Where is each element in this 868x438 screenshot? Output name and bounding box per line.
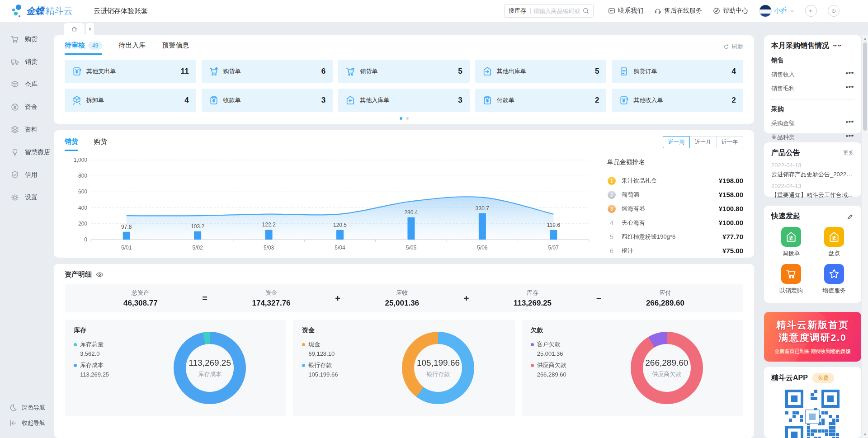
panel-title: 库存 (74, 326, 142, 334)
quick-item-value-added-service[interactable]: 增值服务 (815, 264, 854, 295)
cart-solid-icon (781, 264, 801, 284)
sidebar-item-warehouse[interactable]: 仓库 (0, 73, 54, 96)
pending-card-disassembly-bill[interactable]: 拆卸单4 (65, 89, 196, 112)
logout-power-button[interactable] (828, 5, 840, 17)
back-button[interactable] (805, 5, 817, 17)
summary-row-value: *** (846, 85, 854, 93)
pending-card-receipt-bill[interactable]: 收款单3 (202, 89, 333, 112)
house-out-icon (482, 66, 492, 76)
sidebar-item-funds[interactable]: 资金 (0, 96, 54, 118)
scroll-thumb[interactable] (863, 42, 867, 131)
pending-card-other-inbound-bill[interactable]: 其他入库单3 (338, 89, 470, 112)
legend-item: 供应商欠款266,289.60 (531, 361, 599, 378)
pending-card-sales-bill[interactable]: 销货单5 (338, 60, 470, 83)
legend-dot (74, 364, 77, 367)
sidebar-footer-collapse-nav[interactable]: 收起导航 (0, 415, 54, 431)
search-icon[interactable] (582, 7, 590, 14)
summary-row: 采购金额*** (771, 119, 854, 127)
app-title: 精斗云APP (771, 373, 808, 383)
pending-card-purchase-bill[interactable]: 购货单6 (202, 60, 333, 83)
after-sales-service-link[interactable]: 售后在线服务 (654, 7, 702, 15)
pending-tab-2[interactable]: 待出入库 (118, 41, 146, 55)
sidebar-item-data[interactable]: 资料 (0, 118, 54, 141)
scroll-up-arrow[interactable]: ▲ (862, 37, 868, 41)
donut-center: 113,269.25库存成本 (186, 344, 234, 392)
panel-legend: 库存库存总量3,562.0库存成本113,269.25 (74, 326, 142, 410)
summary-section-heading: 采购 (771, 105, 854, 113)
ranking-item: 5西红柿意粉酱190g*6¥77.70 (607, 230, 743, 244)
workspace-tabstrip: ▼ (54, 22, 94, 35)
user-menu[interactable]: 小乔 (759, 5, 794, 17)
pending-card-other-income-bill[interactable]: 其他收入单2 (612, 89, 743, 112)
home-tab[interactable] (64, 23, 85, 35)
pending-card-purchase-order[interactable]: 购货订单4 (612, 60, 743, 83)
refresh-button[interactable]: 刷新 (723, 42, 743, 51)
formula-资金: 资金174,327.76 (252, 289, 290, 308)
ranking-item-name: 果汁饮品礼盒 (622, 177, 719, 185)
range-button-3[interactable]: 近一年 (716, 136, 743, 148)
pending-card-other-expense-bill[interactable]: 其他支出单11 (65, 60, 196, 83)
svg-text:600: 600 (78, 188, 87, 195)
donut-center-value: 105,199.66 (417, 358, 460, 368)
quick-item-transfer-order[interactable]: 调拨单 (771, 227, 811, 258)
ranking-item: 4夹心海苔¥100.00 (607, 216, 743, 230)
tab-dropdown-button[interactable]: ▼ (86, 23, 94, 35)
search-input[interactable] (531, 8, 582, 14)
summary-row: 商品种类*** (771, 133, 854, 141)
trend-tab-2[interactable]: 购货 (94, 137, 107, 151)
sidebar-item-purchase[interactable]: 购货 (0, 28, 54, 51)
pending-card-payment-bill[interactable]: 付款单2 (475, 89, 607, 112)
pending-tab-1[interactable]: 待审核49 (65, 41, 102, 55)
donut-center-label: 供应商欠款 (652, 370, 681, 378)
ranking-item: 2葡萄酒¥158.00 (607, 188, 743, 202)
main-content: 待审核49待出入库预警信息 刷新 其他支出单11购货单6销货单5其他出库单5购货… (54, 35, 861, 438)
search-scope-selector[interactable]: 搜库存 (505, 7, 530, 15)
formula-应收: 应收25,001.36 (385, 289, 419, 308)
quick-item-purchase-by-sales[interactable]: 以销定购 (771, 264, 811, 295)
scroll-down-arrow[interactable]: ▼ (862, 433, 868, 437)
range-button-1[interactable]: 近一周 (663, 136, 690, 148)
trend-tab-1[interactable]: 销货 (65, 137, 78, 151)
eye-open-icon[interactable] (96, 271, 104, 278)
truck-icon (11, 58, 19, 66)
quick-item-stocktake[interactable]: 盘点 (815, 227, 854, 258)
brand-logo[interactable]: 金蝶 精斗云 (12, 4, 73, 18)
more-link[interactable]: 更多 (843, 149, 854, 157)
doc-icon (619, 66, 629, 76)
sidebar-item-credit[interactable]: 信用 (0, 164, 54, 186)
pencil-icon[interactable] (847, 213, 854, 220)
range-button-2[interactable]: 近一月 (689, 136, 717, 148)
card-count: 2 (595, 96, 599, 105)
pagination-dot-1[interactable] (400, 117, 402, 120)
announcement-link[interactable]: 【重要通知】精斗云工作台域... (771, 191, 854, 199)
survey-banner[interactable]: 精斗云新版首页 满意度调研2.0 全新首页已到来 期待收到您的反馈 (764, 312, 861, 362)
sidebar-item-sales[interactable]: 销货 (0, 51, 54, 73)
medal-icon: 3 (608, 205, 616, 213)
help-center-link[interactable]: 帮助中心 (713, 7, 748, 15)
layers-icon (11, 126, 19, 134)
rank-5: 5 (607, 233, 616, 240)
svg-text:119.6: 119.6 (547, 222, 560, 228)
headset-icon (654, 7, 661, 14)
svg-text:800: 800 (78, 173, 87, 179)
card-label: 收款单 (223, 96, 321, 104)
pending-tab-3[interactable]: 预警信息 (162, 41, 189, 55)
summary-row-label: 商品种类 (771, 133, 795, 141)
sidebar-item-settings[interactable]: 设置 (0, 186, 54, 209)
pending-card-other-outbound-bill[interactable]: 其他出库单5 (475, 60, 607, 83)
summary-row-value: *** (846, 133, 854, 141)
eye-closed-icon[interactable] (833, 43, 842, 49)
announcement-link[interactable]: 云进销存产品更新公告_20220... (771, 170, 854, 179)
sidebar-item-smart-store[interactable]: 智慧微店 (0, 141, 54, 164)
time-range-switch: 近一周近一月近一年 (663, 136, 743, 151)
app-qr-code (785, 390, 840, 438)
formula-库存: 库存113,269.25 (514, 289, 552, 308)
left-sidebar: 购货销货仓库资金资料智慧微店信用设置 深色导航收起导航 (0, 22, 54, 438)
legend-value: 69,128.10 (308, 350, 371, 357)
sidebar-footer-dark-nav[interactable]: 深色导航 (0, 400, 54, 415)
box-icon (72, 95, 82, 105)
ranking-item-price: ¥75.00 (722, 247, 743, 254)
svg-text:97.8: 97.8 (121, 224, 132, 230)
pagination-dot-2[interactable] (406, 117, 409, 120)
contact-us-link[interactable]: 联系我们 (608, 7, 643, 15)
